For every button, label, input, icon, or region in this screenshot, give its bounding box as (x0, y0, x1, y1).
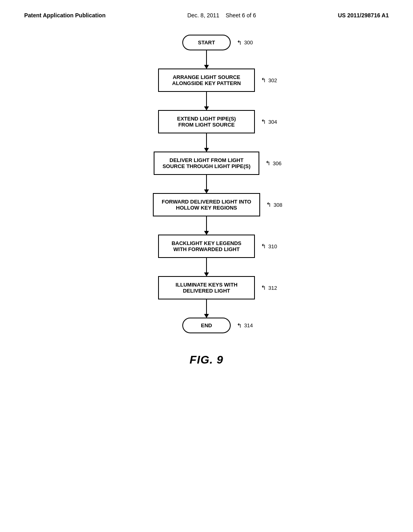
ref-308: ↰308 (266, 201, 282, 208)
step-306-wrapper: DELIVER LIGHT FROM LIGHTSOURCE THROUGH L… (154, 152, 259, 175)
arrow-7 (206, 299, 207, 318)
flowchart: START ↰300 ARRANGE LIGHT SOURCEALONGSIDE… (153, 35, 260, 333)
arrow-1 (206, 50, 207, 69)
step-304-wrapper: EXTEND LIGHT PIPE(S)FROM LIGHT SOURCE ↰3… (158, 110, 255, 133)
step-312: ILLUMINATE KEYS WITHDELIVERED LIGHT (158, 276, 255, 299)
arrow-6 (206, 258, 207, 276)
header-sheet: Sheet 6 of 6 (225, 12, 256, 19)
arrow-2 (206, 92, 207, 110)
end-node-wrapper: END ↰314 (182, 318, 231, 333)
step-302: ARRANGE LIGHT SOURCEALONGSIDE KEY PATTER… (158, 69, 255, 92)
step-308: FORWARD DELIVERED LIGHT INTOHOLLOW KEY R… (153, 193, 260, 216)
ref-310: ↰310 (261, 243, 277, 250)
ref-314: ↰314 (237, 322, 253, 329)
ref-312: ↰312 (261, 284, 277, 291)
step-312-wrapper: ILLUMINATE KEYS WITHDELIVERED LIGHT ↰312 (158, 276, 255, 299)
header-date: Dec. 8, 2011 (187, 12, 219, 19)
step-310: BACKLIGHT KEY LEGENDSWITH FORWARDED LIGH… (158, 235, 255, 258)
header-patent-number: US 2011/298716 A1 (338, 12, 389, 19)
ref-306: ↰306 (265, 160, 282, 167)
header-publication: Patent Application Publication (24, 12, 106, 19)
arrow-3 (206, 133, 207, 152)
step-310-wrapper: BACKLIGHT KEY LEGENDSWITH FORWARDED LIGH… (158, 235, 255, 258)
step-306: DELIVER LIGHT FROM LIGHTSOURCE THROUGH L… (154, 152, 259, 175)
step-302-wrapper: ARRANGE LIGHT SOURCEALONGSIDE KEY PATTER… (158, 69, 255, 92)
end-node: END (182, 318, 231, 333)
ref-302: ↰302 (261, 77, 277, 84)
step-308-wrapper: FORWARD DELIVERED LIGHT INTOHOLLOW KEY R… (153, 193, 260, 216)
start-node-wrapper: START ↰300 (182, 35, 231, 50)
ref-300: ↰300 (237, 39, 253, 46)
start-node: START (182, 35, 231, 50)
arrow-4 (206, 175, 207, 193)
header-center: Dec. 8, 2011 Sheet 6 of 6 (187, 12, 256, 19)
arrow-5 (206, 216, 207, 235)
ref-304: ↰304 (261, 118, 277, 125)
diagram-container: START ↰300 ARRANGE LIGHT SOURCEALONGSIDE… (0, 19, 413, 366)
step-304: EXTEND LIGHT PIPE(S)FROM LIGHT SOURCE (158, 110, 255, 133)
figure-label: FIG. 9 (190, 353, 223, 366)
page-header: Patent Application Publication Dec. 8, 2… (0, 0, 413, 19)
